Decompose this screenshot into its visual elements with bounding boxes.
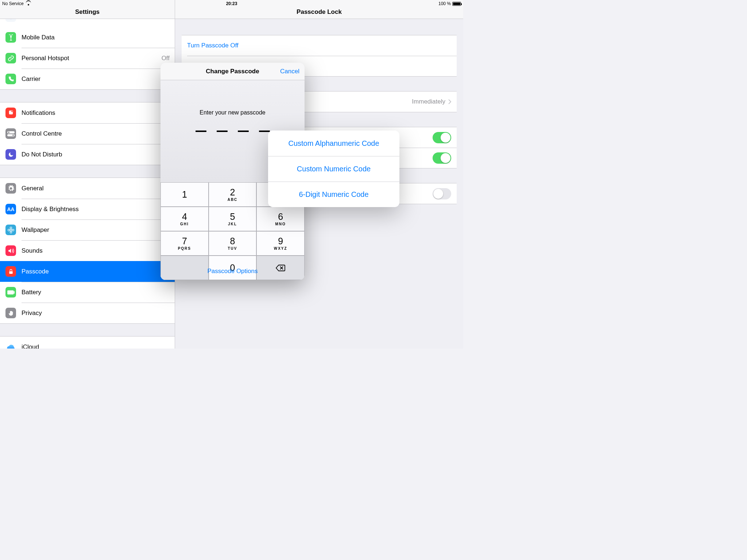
sidebar-item-label: Wallpaper bbox=[22, 226, 170, 234]
sidebar-item-icloud[interactable]: iCloud bbox=[0, 337, 175, 349]
sidebar-item-carrier[interactable]: Carrier bbox=[0, 69, 175, 89]
sidebar: Settings Bluetooth Off Mobile DataPerson… bbox=[0, 0, 175, 349]
turn-passcode-off[interactable]: Turn Passcode Off bbox=[182, 35, 457, 56]
sidebar-item-mobile-data[interactable]: Mobile Data bbox=[0, 27, 175, 48]
keypad-4[interactable]: 4GHI bbox=[160, 207, 209, 231]
sidebar-item-label: General bbox=[22, 185, 170, 192]
keypad-6[interactable]: 6MNO bbox=[256, 207, 305, 231]
modal-title: Change Passcode bbox=[206, 68, 259, 75]
sidebar-item-control-centre[interactable]: Control Centre bbox=[0, 123, 175, 144]
detail-title: Passcode Lock bbox=[297, 8, 342, 16]
status-time: 20:23 bbox=[226, 1, 237, 6]
sidebar-item-label: Control Centre bbox=[22, 130, 170, 137]
sidebar-item-notifications[interactable]: Notifications bbox=[0, 102, 175, 123]
sidebar-item-personal-hotspot[interactable]: Personal HotspotOff bbox=[0, 48, 175, 69]
svg-point-6 bbox=[12, 135, 14, 136]
bluetooth-icon bbox=[5, 19, 16, 22]
passcode-prompt: Enter your new passcode bbox=[200, 109, 266, 116]
wifi-icon bbox=[26, 1, 31, 6]
sidebar-item-label: Notifications bbox=[22, 109, 170, 117]
carrier-text: No Service bbox=[2, 1, 24, 6]
require-passcode-value: Immediately bbox=[412, 98, 445, 105]
svg-rect-12 bbox=[9, 271, 12, 274]
phone-icon bbox=[5, 74, 16, 84]
sidebar-item-wallpaper[interactable]: Wallpaper bbox=[0, 219, 175, 240]
hand-icon bbox=[5, 308, 16, 318]
svg-point-10 bbox=[8, 229, 9, 231]
keypad-9[interactable]: 9WXYZ bbox=[256, 231, 305, 256]
passcode-options-button[interactable]: Passcode Options bbox=[208, 268, 258, 275]
passcode-option-0[interactable]: Custom Alphanumeric Code bbox=[268, 131, 399, 156]
status-bar: No Service 20:23 100 % bbox=[0, 0, 463, 7]
svg-rect-14 bbox=[14, 291, 15, 293]
sidebar-item-label: Privacy bbox=[22, 310, 170, 317]
toggles-icon bbox=[5, 128, 16, 139]
svg-point-7 bbox=[10, 229, 12, 231]
passcode-option-2[interactable]: 6-Digit Numeric Code bbox=[268, 182, 399, 207]
sidebar-item-label: Passcode bbox=[22, 268, 170, 275]
speaker-icon bbox=[5, 245, 16, 256]
sidebar-item-label: Display & Brightness bbox=[22, 206, 170, 213]
battery-icon bbox=[5, 287, 16, 298]
sidebar-item-label: iCloud bbox=[22, 343, 170, 349]
sidebar-item-privacy[interactable]: Privacy bbox=[0, 303, 175, 323]
keypad-5[interactable]: 5JKL bbox=[209, 207, 257, 231]
turn-passcode-off-label: Turn Passcode Off bbox=[187, 42, 239, 49]
moon-icon bbox=[5, 149, 16, 160]
sidebar-item-label: Do Not Disturb bbox=[22, 151, 170, 158]
sidebar-item-value: Off bbox=[162, 55, 170, 62]
toggle-switch-1[interactable] bbox=[433, 132, 451, 143]
sidebar-item-label: Bluetooth bbox=[22, 19, 162, 20]
link-icon bbox=[5, 53, 16, 63]
sidebar-item-value: Off bbox=[162, 19, 170, 20]
keypad-1[interactable]: 1 bbox=[160, 182, 209, 207]
sidebar-item-bluetooth[interactable]: Bluetooth Off bbox=[0, 19, 175, 27]
sidebar-title: Settings bbox=[75, 8, 100, 16]
keypad-8[interactable]: 8TUV bbox=[209, 231, 257, 256]
keypad-backspace[interactable] bbox=[256, 256, 305, 280]
sidebar-item-sounds[interactable]: Sounds bbox=[0, 240, 175, 261]
sidebar-item-label: Battery bbox=[22, 289, 170, 296]
toggle-switch-erase[interactable] bbox=[433, 188, 451, 199]
svg-point-5 bbox=[8, 132, 9, 133]
flower-icon bbox=[5, 225, 16, 235]
battery-icon bbox=[452, 2, 461, 6]
bell-icon bbox=[5, 108, 16, 118]
svg-point-9 bbox=[10, 231, 12, 233]
gear-icon bbox=[5, 183, 16, 194]
cancel-button[interactable]: Cancel bbox=[280, 68, 299, 75]
toggle-switch-2[interactable] bbox=[433, 152, 451, 164]
lock-icon bbox=[5, 266, 16, 277]
svg-point-2 bbox=[11, 110, 13, 112]
sidebar-item-label: Mobile Data bbox=[22, 34, 170, 41]
battery-text: 100 % bbox=[438, 1, 451, 6]
antenna-icon bbox=[5, 32, 16, 43]
svg-point-0 bbox=[10, 36, 11, 37]
aa-icon: AA bbox=[5, 204, 16, 214]
sidebar-item-display-brightness[interactable]: AADisplay & Brightness bbox=[0, 199, 175, 219]
svg-point-8 bbox=[10, 227, 12, 229]
sidebar-item-label: Personal Hotspot bbox=[22, 55, 162, 62]
chevron-right-icon bbox=[448, 99, 451, 104]
svg-point-11 bbox=[12, 229, 14, 231]
passcode-options-popover: Custom Alphanumeric CodeCustom Numeric C… bbox=[268, 131, 399, 207]
keypad-7[interactable]: 7PQRS bbox=[160, 231, 209, 256]
sidebar-item-do-not-disturb[interactable]: Do Not Disturb bbox=[0, 144, 175, 165]
passcode-option-1[interactable]: Custom Numeric Code bbox=[268, 156, 399, 182]
keypad-blank bbox=[160, 256, 209, 280]
keypad-2[interactable]: 2ABC bbox=[209, 182, 257, 207]
sidebar-item-label: Sounds bbox=[22, 247, 170, 254]
sidebar-item-general[interactable]: General bbox=[0, 178, 175, 199]
cloud-icon bbox=[5, 342, 16, 349]
svg-rect-15 bbox=[8, 291, 13, 293]
sidebar-item-passcode[interactable]: Passcode bbox=[0, 261, 175, 282]
sidebar-item-battery[interactable]: Battery bbox=[0, 282, 175, 303]
modal-header: Change Passcode Cancel bbox=[160, 63, 305, 80]
passcode-dots bbox=[196, 131, 270, 132]
sidebar-item-label: Carrier bbox=[22, 75, 170, 83]
